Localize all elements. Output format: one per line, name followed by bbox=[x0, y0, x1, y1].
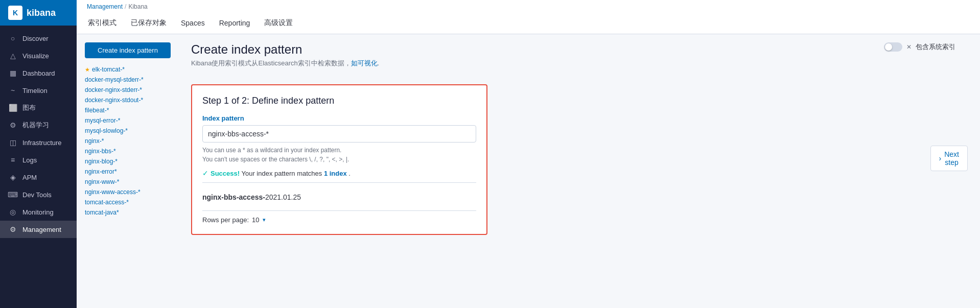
right-panel-inner: Create index pattern Kibana使用索引模式从Elasti… bbox=[191, 42, 968, 300]
sidebar-item-label-infrastructure: Infrastructure bbox=[22, 139, 62, 147]
sidebar-item-canvas[interactable]: ⬜ 图布 bbox=[0, 99, 77, 116]
sidebar-item-label-apm: APM bbox=[22, 174, 37, 181]
index-item-nginx-www[interactable]: nginx-www-* bbox=[85, 177, 171, 187]
sidebar-item-label-management: Management bbox=[22, 226, 61, 233]
index-label: nginx-www-access-* bbox=[85, 188, 141, 196]
index-item-nginx-blog[interactable]: nginx-blog-* bbox=[85, 156, 171, 167]
index-item-nginx[interactable]: nginx-* bbox=[85, 136, 171, 146]
index-item-nginx-www-access[interactable]: nginx-www-access-* bbox=[85, 187, 171, 197]
infrastructure-icon: ◫ bbox=[8, 138, 17, 147]
logo-text: kibana bbox=[27, 8, 56, 18]
sidebar-item-label-discover: Discover bbox=[22, 35, 49, 42]
logs-icon: ≡ bbox=[8, 155, 17, 164]
index-item-elk-tomcat[interactable]: ★elk-tomcat-* bbox=[85, 64, 171, 75]
tab-saved-objects[interactable]: 已保存对象 bbox=[130, 13, 168, 34]
form-card: Step 1 of 2: Define index pattern Index … bbox=[191, 84, 487, 235]
management-icon: ⚙ bbox=[8, 225, 17, 234]
index-item-tomcat-java[interactable]: tomcat-java* bbox=[85, 207, 171, 218]
tab-advanced-settings[interactable]: 高级设置 bbox=[263, 13, 294, 34]
success-message: ✓ Success! Your index pattern matches 1 … bbox=[202, 169, 476, 177]
index-item-docker-nginx-stderr[interactable]: docker-nginx-stderr-* bbox=[85, 85, 171, 95]
next-step-button[interactable]: › Next step bbox=[930, 146, 968, 171]
index-label: nginx-bbs-* bbox=[85, 148, 116, 155]
breadcrumb-kibana: Kibana bbox=[128, 3, 147, 10]
tab-spaces[interactable]: Spaces bbox=[180, 13, 206, 34]
sidebar-item-management[interactable]: ⚙ Management bbox=[0, 221, 77, 238]
help-line1: You can use a * as a wildcard in your in… bbox=[202, 147, 341, 154]
right-panel: Create index pattern Kibana使用索引模式从Elasti… bbox=[179, 42, 980, 300]
system-indices-toggle-row: ✕ 包含系统索引 bbox=[884, 42, 955, 52]
sidebar-item-infrastructure[interactable]: ◫ Infrastructure bbox=[0, 134, 77, 151]
index-label: nginx-blog-* bbox=[85, 158, 118, 165]
sidebar-item-label-logs: Logs bbox=[22, 156, 37, 164]
top-nav: Management / Kibana 索引模式已保存对象SpacesRepor… bbox=[77, 0, 980, 34]
breadcrumb-separator: / bbox=[125, 3, 126, 10]
logo-icon: K bbox=[8, 6, 22, 20]
sidebar-item-dashboard[interactable]: ▦ Dashboard bbox=[0, 64, 77, 82]
canvas-icon: ⬜ bbox=[8, 103, 17, 112]
index-label: nginx-* bbox=[85, 137, 104, 145]
index-item-docker-mysql-stderr[interactable]: docker-mysql-stderr-* bbox=[85, 75, 171, 85]
success-label: Success! bbox=[211, 170, 240, 177]
timelion-icon: ~ bbox=[8, 86, 17, 95]
sidebar-item-label-dashboard: Dashboard bbox=[22, 69, 55, 77]
index-label: mysql-slowlog-* bbox=[85, 127, 128, 134]
system-toggle-label: 包含系统索引 bbox=[916, 42, 955, 52]
sidebar-item-label-devtools: Dev Tools bbox=[22, 191, 52, 199]
tab-reporting[interactable]: Reporting bbox=[218, 13, 251, 34]
toggle-knob bbox=[885, 43, 892, 51]
ml-icon: ⚙ bbox=[8, 121, 17, 130]
sidebar-item-label-visualize: Visualize bbox=[22, 52, 49, 60]
index-label: mysql-error-* bbox=[85, 117, 120, 124]
success-text: Success! Your index pattern matches 1 in… bbox=[211, 170, 351, 177]
tab-index-patterns[interactable]: 索引模式 bbox=[87, 13, 118, 34]
index-item-mysql-slowlog[interactable]: mysql-slowlog-* bbox=[85, 126, 171, 136]
success-period: . bbox=[348, 170, 351, 177]
index-label: docker-nginx-stderr-* bbox=[85, 86, 142, 93]
index-label: nginx-www-* bbox=[85, 178, 119, 185]
sidebar-item-apm[interactable]: ◈ APM bbox=[0, 169, 77, 186]
sidebar-item-visualize[interactable]: △ Visualize bbox=[0, 47, 77, 64]
dashboard-icon: ▦ bbox=[8, 68, 17, 78]
sidebar-item-devtools[interactable]: ⌨ Dev Tools bbox=[0, 186, 77, 203]
index-label: docker-nginx-stdout-* bbox=[85, 97, 143, 104]
index-match-name: nginx-bbs-access- bbox=[202, 193, 265, 201]
sidebar-item-ml[interactable]: ⚙ 机器学习 bbox=[0, 116, 77, 134]
system-indices-toggle[interactable] bbox=[884, 42, 902, 52]
index-label: nginx-error* bbox=[85, 168, 117, 175]
kibana-logo: K kibana bbox=[0, 0, 77, 26]
index-label: docker-mysql-stderr-* bbox=[85, 76, 144, 83]
subtitle-link[interactable]: 如可视化 bbox=[351, 59, 378, 67]
sidebar-item-logs[interactable]: ≡ Logs bbox=[0, 151, 77, 169]
create-index-pattern-button[interactable]: Create index pattern bbox=[85, 42, 171, 58]
sidebar-item-label-monitoring: Monitoring bbox=[22, 208, 54, 216]
breadcrumb-management[interactable]: Management bbox=[87, 3, 123, 10]
index-item-nginx-bbs[interactable]: nginx-bbs-* bbox=[85, 146, 171, 156]
content-area: Create index pattern ★elk-tomcat-*docker… bbox=[77, 34, 980, 308]
index-label: tomcat-access-* bbox=[85, 199, 129, 206]
index-item-filebeat[interactable]: filebeat-* bbox=[85, 105, 171, 115]
help-line2: You can't use spaces or the characters \… bbox=[202, 156, 349, 163]
index-item-mysql-error[interactable]: mysql-error-* bbox=[85, 115, 171, 126]
sidebar-item-monitoring[interactable]: ◎ Monitoring bbox=[0, 203, 77, 221]
sidebar-item-discover[interactable]: ○ Discover bbox=[0, 30, 77, 47]
index-label: tomcat-java* bbox=[85, 209, 119, 216]
next-step-label: Next step bbox=[944, 150, 959, 167]
visualize-icon: △ bbox=[8, 51, 17, 60]
sidebar-item-label-canvas: 图布 bbox=[22, 103, 36, 112]
discover-icon: ○ bbox=[8, 34, 17, 43]
left-panel: Create index pattern ★elk-tomcat-*docker… bbox=[77, 42, 179, 300]
index-pattern-input[interactable] bbox=[202, 125, 476, 143]
sidebar-item-timelion[interactable]: ~ Timelion bbox=[0, 82, 77, 99]
divider bbox=[202, 182, 476, 183]
rows-per-page-selector[interactable]: Rows per page: 10 ▾ bbox=[202, 216, 476, 224]
page-subtitle: Kibana使用索引模式从Elasticsearch索引中检索数据，如可视化. bbox=[191, 59, 968, 68]
top-tabs: 索引模式已保存对象SpacesReporting高级设置 bbox=[87, 13, 970, 34]
index-item-tomcat-access[interactable]: tomcat-access-* bbox=[85, 197, 171, 207]
step-title: Step 1 of 2: Define index pattern bbox=[202, 96, 476, 106]
apm-icon: ◈ bbox=[8, 173, 17, 182]
index-item-nginx-error[interactable]: nginx-error* bbox=[85, 167, 171, 177]
close-icon-toggle: ✕ bbox=[906, 43, 912, 51]
index-item-docker-nginx-stdout[interactable]: docker-nginx-stdout-* bbox=[85, 95, 171, 105]
index-list: ★elk-tomcat-*docker-mysql-stderr-*docker… bbox=[85, 64, 171, 218]
